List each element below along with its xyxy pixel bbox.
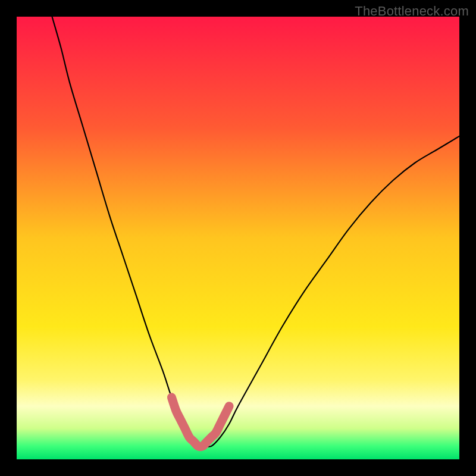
chart-stage: TheBottleneck.com [0, 0, 476, 476]
bottleneck-chart [0, 0, 476, 476]
gradient-panel [17, 17, 459, 459]
watermark-text: TheBottleneck.com [355, 4, 469, 19]
